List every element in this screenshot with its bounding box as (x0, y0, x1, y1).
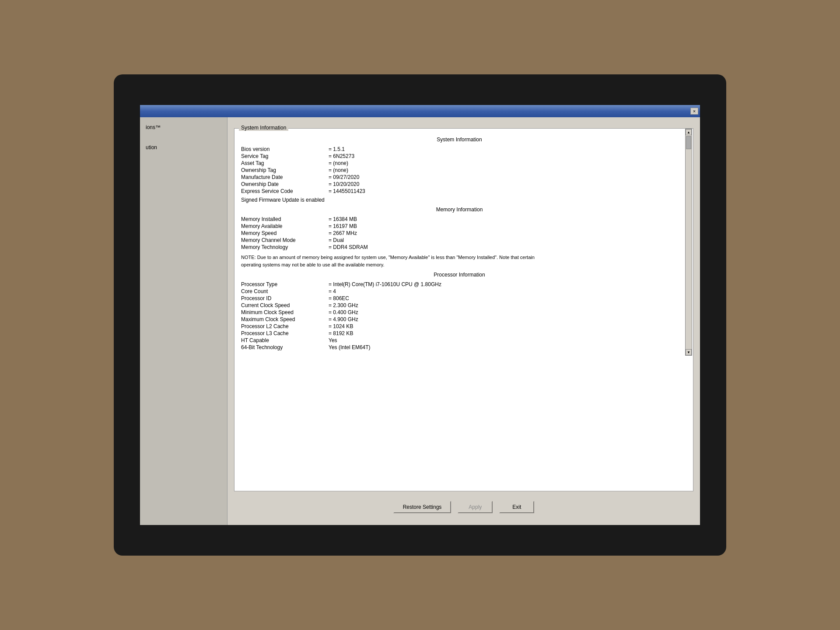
processor-type-label: Processor Type (241, 281, 329, 287)
processor-id-row: Processor ID = 806EC (241, 295, 678, 301)
memory-available-label: Memory Available (241, 223, 329, 229)
ownership-date-row: Ownership Date = 10/20/2020 (241, 181, 678, 187)
min-clock-speed-row: Minimum Clock Speed = 0.400 GHz (241, 309, 678, 315)
ownership-tag-value: = (none) (329, 167, 348, 173)
processor-l2-cache-row: Processor L2 Cache = 1024 KB (241, 323, 678, 329)
core-count-value: = 4 (329, 288, 336, 294)
restore-settings-button[interactable]: Restore Settings (393, 501, 452, 513)
64bit-technology-label: 64-Bit Technology (241, 344, 329, 350)
scrollbar[interactable]: ▲ ▼ (685, 129, 692, 356)
max-clock-speed-value: = 4.900 GHz (329, 316, 358, 322)
min-clock-speed-label: Minimum Clock Speed (241, 309, 329, 315)
scroll-down-button[interactable]: ▼ (686, 349, 692, 355)
asset-tag-row: Asset Tag = (none) (241, 160, 678, 166)
memory-channel-mode-value: = Dual (329, 237, 344, 243)
express-service-code-value: = 14455011423 (329, 188, 365, 194)
processor-id-value: = 806EC (329, 295, 349, 301)
system-info-section-title: System Information (241, 136, 678, 143)
64bit-technology-value: Yes (Intel EM64T) (329, 344, 371, 350)
bottom-buttons: Restore Settings Apply Exit (234, 496, 693, 518)
sidebar-item-0[interactable]: ions™ (142, 122, 225, 133)
sidebar-item-2[interactable]: ution (142, 142, 225, 153)
core-count-row: Core Count = 4 (241, 288, 678, 294)
screen: × ions™ ution System Information Syste (140, 105, 700, 525)
bios-version-row: Bios version = 1.5.1 (241, 146, 678, 152)
memory-speed-value: = 2667 MHz (329, 230, 357, 236)
processor-l3-cache-row: Processor L3 Cache = 8192 KB (241, 330, 678, 336)
64bit-technology-row: 64-Bit Technology Yes (Intel EM64T) (241, 344, 678, 350)
memory-speed-row: Memory Speed = 2667 MHz (241, 230, 678, 236)
asset-tag-label: Asset Tag (241, 160, 329, 166)
processor-l2-cache-label: Processor L2 Cache (241, 323, 329, 329)
exit-button[interactable]: Exit (499, 501, 534, 513)
info-scroll-inner: System Information Bios version = 1.5.1 … (241, 136, 686, 350)
current-clock-speed-value: = 2.300 GHz (329, 302, 358, 308)
close-button[interactable]: × (690, 108, 698, 115)
system-info-group: System Information System Information Bi… (234, 128, 693, 491)
manufacture-date-row: Manufacture Date = 09/27/2020 (241, 174, 678, 180)
memory-speed-label: Memory Speed (241, 230, 329, 236)
processor-id-label: Processor ID (241, 295, 329, 301)
ht-capable-value: Yes (329, 337, 337, 343)
apply-button[interactable]: Apply (458, 501, 493, 513)
memory-technology-value: = DDR4 SDRAM (329, 244, 368, 250)
processor-type-value: = Intel(R) Core(TM) i7-10610U CPU @ 1.80… (329, 281, 441, 287)
asset-tag-value: = (none) (329, 160, 348, 166)
bios-version-label: Bios version (241, 146, 329, 152)
ownership-date-label: Ownership Date (241, 181, 329, 187)
memory-technology-row: Memory Technology = DDR4 SDRAM (241, 244, 678, 250)
memory-channel-mode-label: Memory Channel Mode (241, 237, 329, 243)
memory-installed-row: Memory Installed = 16384 MB (241, 216, 678, 222)
bios-version-value: = 1.5.1 (329, 146, 345, 152)
main-content: ions™ ution System Information System In… (140, 117, 700, 525)
ownership-tag-label: Ownership Tag (241, 167, 329, 173)
service-tag-row: Service Tag = 6N25273 (241, 153, 678, 159)
memory-channel-mode-row: Memory Channel Mode = Dual (241, 237, 678, 243)
ownership-date-value: = 10/20/2020 (329, 181, 359, 187)
express-service-code-row: Express Service Code = 14455011423 (241, 188, 678, 194)
current-clock-speed-row: Current Clock Speed = 2.300 GHz (241, 302, 678, 308)
memory-installed-label: Memory Installed (241, 216, 329, 222)
service-tag-value: = 6N25273 (329, 153, 354, 159)
memory-available-row: Memory Available = 16197 MB (241, 223, 678, 229)
processor-l2-cache-value: = 1024 KB (329, 323, 353, 329)
left-sidebar: ions™ ution (140, 117, 228, 525)
processor-l3-cache-value: = 8192 KB (329, 330, 353, 336)
ownership-tag-row: Ownership Tag = (none) (241, 167, 678, 173)
title-bar: × (140, 105, 700, 117)
manufacture-date-label: Manufacture Date (241, 174, 329, 180)
express-service-code-label: Express Service Code (241, 188, 329, 194)
scroll-up-button[interactable]: ▲ (686, 129, 692, 135)
right-panel: System Information System Information Bi… (228, 117, 700, 525)
ht-capable-label: HT Capable (241, 337, 329, 343)
service-tag-label: Service Tag (241, 153, 329, 159)
processor-l3-cache-label: Processor L3 Cache (241, 330, 329, 336)
memory-installed-value: = 16384 MB (329, 216, 357, 222)
memory-info-section-title: Memory Information (241, 206, 678, 213)
max-clock-speed-row: Maximum Clock Speed = 4.900 GHz (241, 316, 678, 322)
info-scroll-area[interactable]: System Information Bios version = 1.5.1 … (234, 129, 693, 356)
core-count-label: Core Count (241, 288, 329, 294)
min-clock-speed-value: = 0.400 GHz (329, 309, 358, 315)
sidebar-item-1[interactable] (142, 135, 225, 140)
current-clock-speed-label: Current Clock Speed (241, 302, 329, 308)
memory-technology-label: Memory Technology (241, 244, 329, 250)
scroll-thumb[interactable] (686, 136, 691, 149)
processor-info-section-title: Processor Information (241, 272, 678, 278)
memory-note: NOTE: Due to an amount of memory being a… (241, 254, 547, 268)
ht-capable-row: HT Capable Yes (241, 337, 678, 343)
memory-available-value: = 16197 MB (329, 223, 357, 229)
max-clock-speed-label: Maximum Clock Speed (241, 316, 329, 322)
manufacture-date-value: = 09/27/2020 (329, 174, 359, 180)
laptop-bezel: × ions™ ution System Information Syste (114, 74, 726, 556)
processor-type-row: Processor Type = Intel(R) Core(TM) i7-10… (241, 281, 678, 287)
signed-firmware-note: Signed Firmware Update is enabled (241, 197, 678, 203)
